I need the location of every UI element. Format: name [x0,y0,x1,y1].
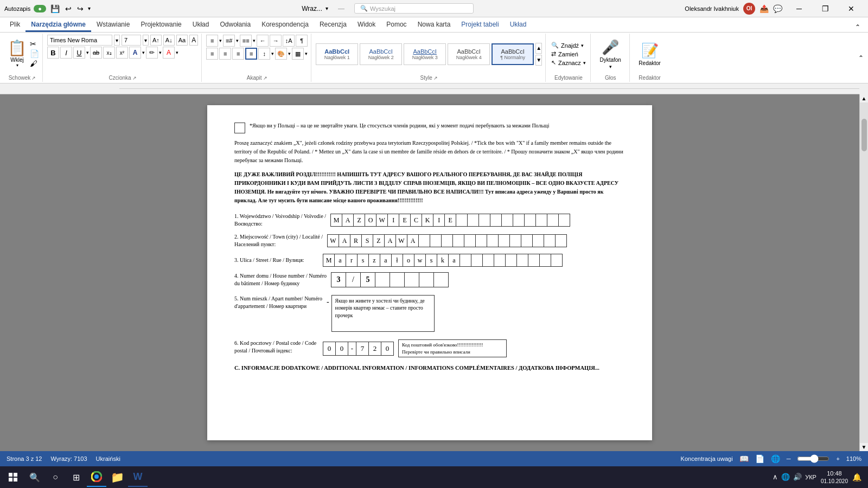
bullets-button[interactable]: ≡ [206,35,218,47]
borders-button[interactable]: ▦ [292,48,304,60]
multilevel-button[interactable]: ≡≡ [240,35,252,47]
ribbon-collapse-button[interactable]: ⌃ [858,54,864,62]
volume-icon[interactable]: 🔊 [793,473,802,481]
decrease-indent-button[interactable]: ← [257,35,269,47]
tab-plik[interactable]: Plik [4,18,25,32]
close-button[interactable]: ✕ [839,0,864,17]
tab-widok[interactable]: Widok [352,18,381,32]
comment-icon[interactable]: 💬 [773,4,782,13]
word-taskbar-icon[interactable]: W [128,467,148,487]
tab-odwolania[interactable]: Odwołania [214,18,256,32]
cortana-button[interactable]: ○ [46,467,65,487]
network-icon[interactable]: 🌐 [781,473,790,481]
zoom-slider[interactable] [797,454,829,463]
search-taskbar-button[interactable]: 🔍 [25,467,44,487]
search-box[interactable]: 🔍 Wyszukaj [354,3,474,14]
font-family-dropdown[interactable]: ▾ [114,35,120,46]
line-spacing-dropdown[interactable]: ▾ [271,51,274,56]
redo-icon[interactable]: ↪ [76,3,85,14]
font-color-button[interactable]: A [129,47,141,59]
autosave-toggle[interactable]: ● [34,5,46,12]
tab-nowa-karta[interactable]: Nowa karta [412,18,456,32]
tab-pomoc[interactable]: Pomoc [381,18,412,32]
increase-font-button[interactable]: A↑ [150,35,162,46]
scroll-down-button[interactable]: ▼ [860,443,868,451]
zaznacz-button[interactable]: ↖Zaznacz▾ [551,59,586,66]
styles-scroll-down[interactable]: ▼ [535,55,542,66]
start-button[interactable] [2,466,24,488]
tab-projekt-tabeli[interactable]: Projekt tabeli [456,18,504,32]
scroll-up-button[interactable]: ▲ [860,94,868,102]
sort-button[interactable]: ↕A [283,35,295,47]
language-tray[interactable]: УКР [805,474,816,480]
style-normal[interactable]: AaBbCcI ¶ Normalny [492,43,534,65]
increase-indent-button[interactable]: → [270,35,282,47]
minimize-button[interactable]: ─ [787,0,812,17]
shading-dropdown[interactable]: ▾ [288,51,291,56]
field-2-grid[interactable]: W A R S Z A W A [327,234,567,247]
decrease-font-button[interactable]: A↓ [163,35,175,46]
tab-projektowanie[interactable]: Projektowanie [135,18,187,32]
field-5-textbox[interactable]: Якщо ви живете у хостелі чи будинку, де … [331,295,435,332]
change-case-button[interactable]: Aa [176,35,188,46]
tab-recenzja[interactable]: Recenzja [314,18,352,32]
text-color-dropdown[interactable]: ▾ [176,50,178,55]
tab-narzedzia[interactable]: Narzędzia główne [25,18,91,32]
cut-icon[interactable]: ✂ [30,40,39,48]
notification-button[interactable]: 🔔 [852,473,861,481]
field-1-grid[interactable]: M A Z O W I E C K I E [330,214,570,227]
znajdz-button[interactable]: 🔍Znajdź▾ [551,42,586,49]
font-group-expand-icon[interactable]: ↗ [132,75,137,81]
tab-uklad2[interactable]: Układ [505,18,532,32]
family-checkbox[interactable] [234,123,245,133]
style-heading2[interactable]: AaBbCcI Nagłówek 2 [360,43,402,65]
numbering-dropdown[interactable]: ▾ [236,38,239,43]
clock[interactable]: 10:48 01.10.2020 [821,470,848,484]
style-heading4[interactable]: AaBbCcI Nagłówek 4 [448,43,490,65]
styles-scroll-up[interactable]: ▲ [535,43,542,54]
format-painter-icon[interactable]: 🖌 [30,59,39,68]
paragraph-group-expand-icon[interactable]: ↗ [263,75,267,81]
chrome-taskbar-icon[interactable] [87,467,106,487]
restore-button[interactable]: ❐ [813,0,838,17]
justify-button[interactable]: ≡ [245,48,257,60]
font-family-selector[interactable] [47,35,112,46]
style-heading1[interactable]: AaBbCcI Nagłówek 1 [316,43,358,65]
save-icon[interactable]: 💾 [49,3,61,14]
numbering-button[interactable]: ≡# [223,35,235,47]
doc-dropdown-icon[interactable]: ▾ [326,5,328,11]
multilevel-dropdown[interactable]: ▾ [253,38,256,43]
superscript-button[interactable]: x² [116,47,128,59]
align-center-button[interactable]: ≡ [219,48,231,60]
text-color-button[interactable]: A [163,47,175,59]
italic-button[interactable]: I [60,47,72,59]
align-right-button[interactable]: ≡ [232,48,244,60]
strikethrough-button[interactable]: ab [90,47,102,59]
show-marks-button[interactable]: ¶ [296,35,308,47]
tab-korespondencja[interactable]: Korespondencja [256,18,314,32]
highlight-dropdown[interactable]: ▾ [159,50,162,55]
view-print-icon[interactable]: 📄 [755,454,764,463]
font-size-selector[interactable] [122,35,141,46]
align-left-button[interactable]: ≡ [206,48,218,60]
field-3-grid[interactable]: M a r s z a ł o w s k a [323,254,563,267]
redaktor-button[interactable]: 📝 Redaktor [639,42,661,66]
undo-icon[interactable]: ↩ [64,3,73,14]
paste-button[interactable]: 📋 Wklej ▾ [5,38,29,69]
line-spacing-button[interactable]: ↕ [258,48,270,60]
focus-mode-button[interactable]: Koncentracja uwagi [681,455,733,462]
zoom-minus-button[interactable]: ─ [787,455,791,462]
view-read-icon[interactable]: 📖 [739,454,749,463]
style-heading3[interactable]: AaBbCcI Nagłówek 3 [404,43,446,65]
dyktafon-button[interactable]: 🎤 Dyktafon ▾ [599,39,621,69]
copy-icon[interactable]: 📄 [30,49,39,58]
field-4-grid[interactable]: 3 / 5 [331,272,449,287]
bullets-dropdown[interactable]: ▾ [219,38,222,43]
zamien-button[interactable]: ⇄Zamień [551,50,586,57]
up-arrow-tray-icon[interactable]: ∧ [773,473,778,481]
view-web-icon[interactable]: 🌐 [771,454,780,463]
underline-dropdown[interactable]: ▾ [86,50,89,55]
subscript-button[interactable]: x₂ [103,47,115,59]
borders-dropdown[interactable]: ▾ [305,51,308,56]
tab-wstawianie[interactable]: Wstawianie [91,18,135,32]
